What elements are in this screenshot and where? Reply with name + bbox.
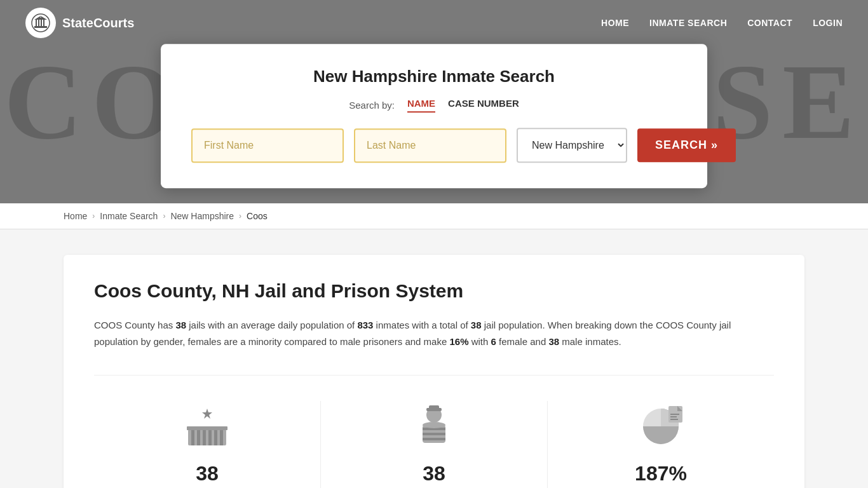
total-jail-pop: 38 xyxy=(471,320,482,330)
svg-rect-3 xyxy=(38,20,39,26)
logo-icon xyxy=(25,8,56,38)
svg-rect-4 xyxy=(41,20,42,26)
svg-rect-28 xyxy=(670,414,679,415)
svg-rect-14 xyxy=(220,430,223,445)
svg-rect-23 xyxy=(423,438,445,440)
male-count: 38 xyxy=(548,336,559,347)
svg-rect-2 xyxy=(36,20,37,26)
jails-count: 38 xyxy=(175,320,186,330)
state-select[interactable]: New Hampshire Alabama Alaska Arizona Cal… xyxy=(517,128,627,163)
stats-row: 38 Jails xyxy=(94,375,774,488)
breadcrumb-sep-2: › xyxy=(163,212,165,220)
svg-point-24 xyxy=(423,422,445,428)
nav-inmate-search[interactable]: INMATE SEARCH xyxy=(649,18,727,28)
svg-rect-9 xyxy=(191,430,194,445)
svg-rect-10 xyxy=(197,430,200,445)
county-title: Coos County, NH Jail and Prison System xyxy=(94,280,774,302)
female-count: 6 xyxy=(491,336,496,347)
prisoner-icon xyxy=(409,401,459,452)
main-content: Coos County, NH Jail and Prison System C… xyxy=(0,229,868,488)
desc-text-7: male inmates. xyxy=(559,336,621,347)
breadcrumb-state[interactable]: New Hampshire xyxy=(170,211,234,221)
desc-text-1: COOS County has xyxy=(94,320,175,330)
search-by-label: Search by: xyxy=(349,100,395,111)
tab-name[interactable]: NAME xyxy=(407,98,435,112)
desc-text-3: inmates with a total of xyxy=(373,320,470,330)
svg-rect-30 xyxy=(670,419,678,420)
search-by-row: Search by: NAME CASE NUMBER xyxy=(191,98,677,112)
logo-text: StateCourts xyxy=(62,16,134,30)
breadcrumb-sep-1: › xyxy=(92,212,95,220)
svg-rect-15 xyxy=(187,426,227,430)
svg-rect-29 xyxy=(670,416,677,417)
svg-rect-12 xyxy=(208,430,212,445)
avg-population: 833 xyxy=(357,320,373,330)
prisoners-number: 38 xyxy=(423,462,445,485)
svg-marker-16 xyxy=(202,409,212,419)
svg-rect-22 xyxy=(423,433,445,435)
modal-title: New Hampshire Inmate Search xyxy=(191,67,677,86)
female-pct: 16% xyxy=(449,336,468,347)
first-name-input[interactable] xyxy=(191,128,344,163)
last-name-input[interactable] xyxy=(354,128,506,163)
breadcrumb-home[interactable]: Home xyxy=(64,211,87,221)
desc-text-5: with xyxy=(469,336,491,347)
breadcrumb-bar: Home › Inmate Search › New Hampshire › C… xyxy=(0,203,868,229)
breadcrumb-sep-3: › xyxy=(239,212,241,220)
content-card: Coos County, NH Jail and Prison System C… xyxy=(64,255,804,488)
desc-text-2: jails with an average daily population o… xyxy=(186,320,357,330)
desc-text-6: female and xyxy=(496,336,549,347)
stat-jails: 38 Jails xyxy=(94,401,321,488)
search-modal: New Hampshire Inmate Search Search by: N… xyxy=(161,44,707,188)
breadcrumb-current: Coos xyxy=(247,211,268,221)
svg-rect-13 xyxy=(214,430,217,445)
nav-links: HOME INMATE SEARCH CONTACT LOGIN xyxy=(601,18,843,28)
stat-prisoners: 38 Prisoners xyxy=(321,401,548,488)
top-nav: StateCourts HOME INMATE SEARCH CONTACT L… xyxy=(0,0,868,46)
logo-link[interactable]: StateCourts xyxy=(25,8,134,38)
breadcrumb: Home › Inmate Search › New Hampshire › C… xyxy=(64,211,804,221)
jail-icon xyxy=(182,401,233,452)
jails-number: 38 xyxy=(196,462,219,485)
nav-contact[interactable]: CONTACT xyxy=(747,18,792,28)
stat-jail-rate: 187% Jail Rate xyxy=(548,401,774,488)
breadcrumb-inmate-search[interactable]: Inmate Search xyxy=(100,211,158,221)
search-button[interactable]: SEARCH » xyxy=(637,128,736,162)
svg-rect-19 xyxy=(429,405,439,409)
header: COURTHOUSE StateCourts xyxy=(0,0,868,203)
nav-login[interactable]: LOGIN xyxy=(813,18,843,28)
county-description: COOS County has 38 jails with an average… xyxy=(94,317,774,349)
nav-home[interactable]: HOME xyxy=(601,18,629,28)
search-fields: New Hampshire Alabama Alaska Arizona Cal… xyxy=(191,128,677,163)
svg-rect-11 xyxy=(203,430,206,445)
tab-case-number[interactable]: CASE NUMBER xyxy=(448,98,519,112)
svg-rect-5 xyxy=(43,20,44,26)
jail-rate-icon xyxy=(635,401,686,452)
svg-rect-1 xyxy=(34,26,47,28)
jail-rate-number: 187% xyxy=(635,462,687,485)
